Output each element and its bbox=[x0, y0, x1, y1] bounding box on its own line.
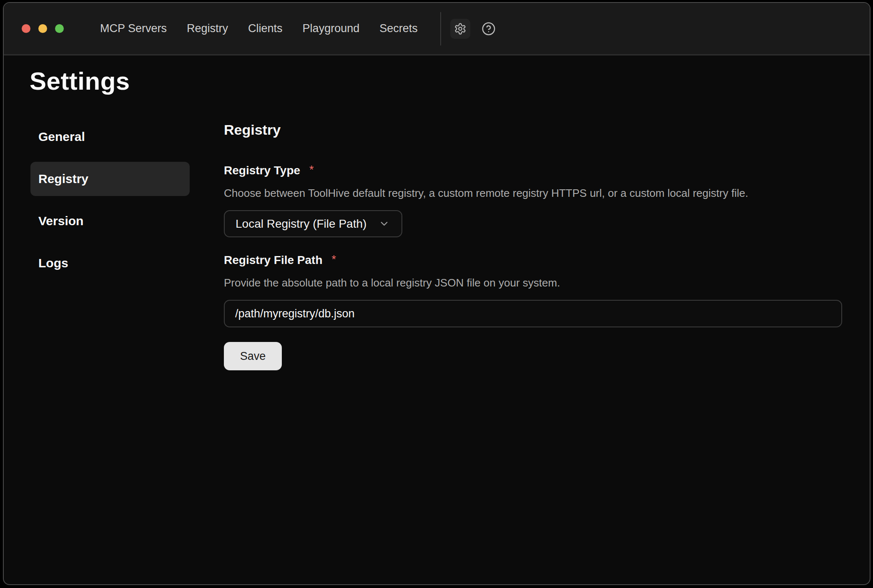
help-button[interactable] bbox=[479, 19, 499, 39]
registry-file-path-label-row: Registry File Path * bbox=[224, 253, 842, 267]
section-heading: Registry bbox=[224, 121, 842, 138]
nav-item-mcp-servers[interactable]: MCP Servers bbox=[100, 22, 167, 35]
close-button[interactable] bbox=[22, 24, 30, 33]
sidebar-item-version[interactable]: Version bbox=[30, 204, 190, 238]
traffic-lights bbox=[22, 24, 64, 33]
nav-item-secrets[interactable]: Secrets bbox=[379, 22, 418, 35]
sidebar-item-general[interactable]: General bbox=[30, 120, 190, 154]
settings-sidebar: General Registry Version Logs bbox=[30, 120, 190, 280]
titlebar: MCP Servers Registry Clients Playground … bbox=[4, 3, 870, 55]
nav-item-playground[interactable]: Playground bbox=[303, 22, 360, 35]
sidebar-item-registry[interactable]: Registry bbox=[30, 162, 190, 196]
registry-file-path-label: Registry File Path bbox=[224, 253, 323, 267]
nav-item-registry[interactable]: Registry bbox=[187, 22, 228, 35]
top-navigation: MCP Servers Registry Clients Playground … bbox=[100, 22, 418, 35]
registry-type-description: Choose between ToolHive default registry… bbox=[224, 186, 842, 200]
registry-file-path-description: Provide the absolute path to a local reg… bbox=[224, 276, 842, 290]
registry-settings-panel: Registry Registry Type * Choose between … bbox=[224, 121, 842, 370]
required-asterisk: * bbox=[309, 163, 314, 176]
nav-divider bbox=[440, 12, 441, 45]
settings-page: Settings General Registry Version Logs R… bbox=[4, 58, 870, 584]
help-icon bbox=[482, 22, 496, 36]
app-window: MCP Servers Registry Clients Playground … bbox=[3, 2, 870, 585]
settings-button[interactable] bbox=[450, 19, 470, 39]
chevron-down-icon bbox=[379, 218, 390, 229]
zoom-button[interactable] bbox=[55, 24, 64, 33]
registry-type-select[interactable]: Local Registry (File Path) bbox=[224, 210, 402, 237]
settings-gear-icon bbox=[454, 23, 467, 35]
nav-item-clients[interactable]: Clients bbox=[248, 22, 283, 35]
page-title: Settings bbox=[30, 66, 870, 96]
registry-type-label: Registry Type bbox=[224, 163, 300, 178]
required-asterisk: * bbox=[332, 253, 336, 266]
save-button[interactable]: Save bbox=[224, 342, 282, 370]
registry-type-label-row: Registry Type * bbox=[224, 163, 842, 178]
registry-file-path-input[interactable] bbox=[224, 300, 842, 327]
sidebar-item-logs[interactable]: Logs bbox=[30, 246, 190, 280]
minimize-button[interactable] bbox=[38, 24, 47, 33]
registry-type-selected-value: Local Registry (File Path) bbox=[236, 217, 366, 231]
